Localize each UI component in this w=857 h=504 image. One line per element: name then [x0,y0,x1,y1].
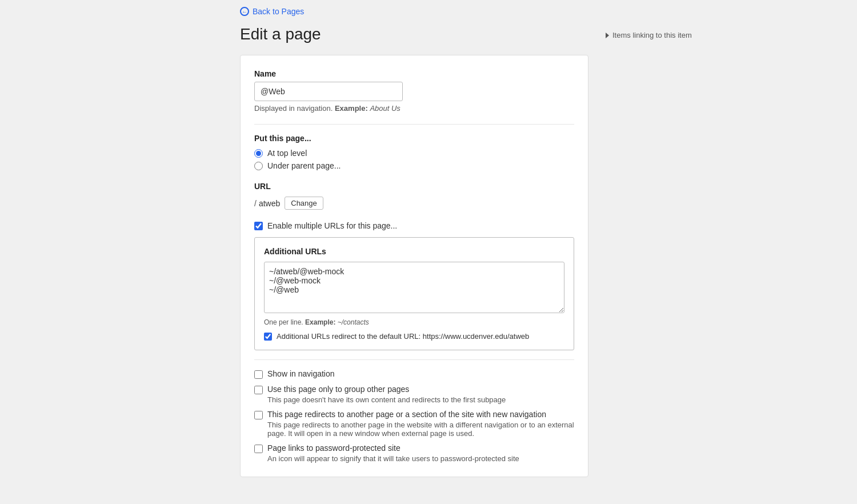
options-section: Show in navigation Use this page only to… [254,369,574,463]
name-input[interactable] [254,82,403,101]
radio-under-parent-label: Under parent page... [267,161,341,170]
show-in-nav-checkbox[interactable] [254,370,263,379]
additional-urls-textarea[interactable]: ~/atweb/@web-mock ~/@web-mock ~/@web [264,262,564,313]
redirects-option[interactable]: This page redirects to another page or a… [254,410,574,438]
back-to-pages-link[interactable]: ← Back to Pages [240,7,304,16]
radio-under-parent[interactable]: Under parent page... [254,161,574,170]
redirect-checkbox[interactable] [264,333,272,341]
enable-multiple-urls-label: Enable multiple URLs for this page... [267,221,397,230]
urls-hint: One per line. Example: ~/contacts [264,318,564,326]
url-display: / atweb Change [254,197,574,210]
redirects-desc: This page redirects to another page in t… [267,421,574,438]
show-in-nav-label: Show in navigation [267,369,335,378]
put-this-page-section: Put this page... At top level Under pare… [254,134,574,170]
page-placement-radio-group: At top level Under parent page... [254,149,574,170]
form-card: Name Displayed in navigation. Example: A… [240,55,588,477]
url-section: URL / atweb Change [254,182,574,210]
password-option[interactable]: Page links to password-protected site An… [254,443,574,463]
radio-top-level-input[interactable] [254,149,263,158]
show-in-nav-option[interactable]: Show in navigation [254,369,574,379]
right-column: Items linking to this item [606,25,731,477]
redirect-label: Additional URLs redirect to the default … [277,332,529,341]
additional-urls-box: Additional URLs ~/atweb/@web-mock ~/@web… [254,237,574,350]
radio-top-level-label: At top level [267,149,307,158]
name-hint: Displayed in navigation. Example: About … [254,104,574,113]
triangle-icon [606,33,609,38]
password-desc: An icon will appear to signify that it w… [267,454,519,463]
back-to-pages-label: Back to Pages [253,7,304,16]
change-url-button[interactable]: Change [285,197,323,210]
enable-multiple-urls-checkbox[interactable] [254,222,263,230]
enable-multiple-urls-row[interactable]: Enable multiple URLs for this page... [254,221,574,230]
url-prefix: / [254,199,257,208]
use-to-group-desc: This page doesn't have its own content a… [267,395,506,404]
use-to-group-checkbox[interactable] [254,386,263,394]
items-linking-label: Items linking to this item [612,31,692,39]
password-checkbox[interactable] [254,445,263,453]
use-to-group-label: Use this page only to group other pages [267,385,506,394]
password-label: Page links to password-protected site [267,443,519,453]
redirects-checkbox[interactable] [254,411,263,419]
name-field-group: Name Displayed in navigation. Example: A… [254,69,574,113]
url-label: URL [254,182,574,191]
put-this-page-label: Put this page... [254,134,574,143]
radio-top-level[interactable]: At top level [254,149,574,158]
page-title: Edit a page [240,25,588,43]
redirect-checkbox-row[interactable]: Additional URLs redirect to the default … [264,332,564,341]
use-to-group-option[interactable]: Use this page only to group other pages … [254,385,574,404]
additional-urls-label: Additional URLs [264,247,564,256]
url-value: atweb [259,199,280,208]
back-arrow-icon: ← [240,7,249,16]
items-linking[interactable]: Items linking to this item [606,31,731,39]
redirects-label: This page redirects to another page or a… [267,410,574,419]
radio-under-parent-input[interactable] [254,162,263,170]
name-label: Name [254,69,574,78]
